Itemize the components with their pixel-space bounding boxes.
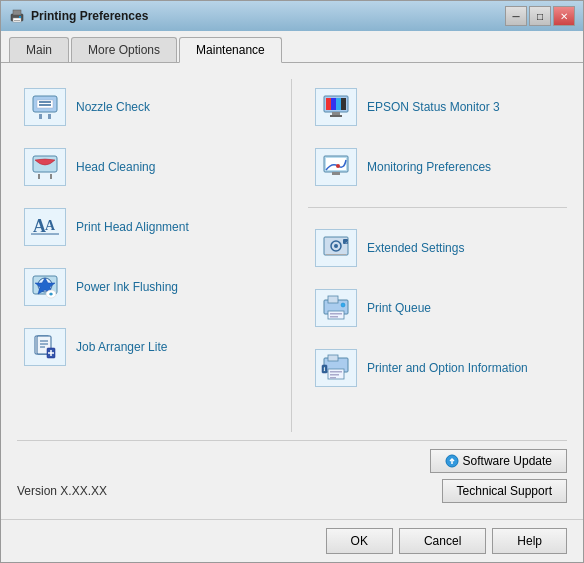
nozzle-check-item[interactable]: Nozzle Check — [17, 79, 275, 135]
right-divider — [308, 207, 567, 208]
monitoring-preferences-label: Monitoring Preferences — [367, 160, 491, 174]
svg-rect-31 — [326, 98, 331, 110]
job-arranger-lite-icon — [24, 328, 66, 366]
svg-rect-49 — [328, 311, 344, 319]
print-head-alignment-label: Print Head Alignment — [76, 220, 189, 234]
svg-rect-33 — [336, 98, 341, 110]
cancel-button[interactable]: Cancel — [399, 528, 486, 554]
job-arranger-lite-label: Job Arranger Lite — [76, 340, 167, 354]
epson-status-svg — [320, 92, 352, 122]
bottom-row2: Version X.XX.XX Technical Support — [17, 479, 567, 503]
svg-text:✓: ✓ — [345, 240, 348, 245]
version-text: Version X.XX.XX — [17, 484, 107, 498]
title-bar-controls: ─ □ ✕ — [505, 6, 575, 26]
software-update-button[interactable]: Software Update — [430, 449, 567, 473]
close-button[interactable]: ✕ — [553, 6, 575, 26]
epson-status-monitor-label: EPSON Status Monitor 3 — [367, 100, 500, 114]
technical-support-button[interactable]: Technical Support — [442, 479, 567, 503]
footer-buttons: OK Cancel Help — [1, 519, 583, 562]
svg-point-43 — [334, 244, 338, 248]
svg-rect-6 — [37, 100, 53, 108]
printer-info-svg: i — [320, 353, 352, 383]
print-queue-icon — [315, 289, 357, 327]
print-head-alignment-icon: A A — [24, 208, 66, 246]
printer-option-info-item[interactable]: i Printer and Option Information — [308, 340, 567, 396]
print-head-alignment-item[interactable]: A A Print Head Alignment — [17, 199, 275, 255]
right-panel: EPSON Status Monitor 3 Monitoring Prefer… — [292, 79, 567, 432]
tab-more-options[interactable]: More Options — [71, 37, 177, 62]
print-queue-item[interactable]: Print Queue — [308, 280, 567, 336]
job-arranger-svg — [29, 332, 61, 362]
svg-rect-56 — [330, 371, 342, 373]
software-update-row: Software Update — [17, 449, 567, 473]
main-window: Printing Preferences ─ □ ✕ Main More Opt… — [0, 0, 584, 563]
power-ink-flushing-icon — [24, 268, 66, 306]
print-queue-svg — [320, 293, 352, 323]
ok-button[interactable]: OK — [326, 528, 393, 554]
job-arranger-lite-item[interactable]: Job Arranger Lite — [17, 319, 275, 375]
svg-point-52 — [341, 303, 345, 307]
svg-rect-35 — [332, 112, 340, 115]
head-cleaning-item[interactable]: Head Cleaning — [17, 139, 275, 195]
svg-rect-34 — [341, 98, 346, 110]
epson-status-monitor-item[interactable]: EPSON Status Monitor 3 — [308, 79, 567, 135]
epson-status-monitor-icon — [315, 88, 357, 126]
extended-settings-svg: ✓ — [320, 233, 352, 263]
left-panel: Nozzle Check Head Cleaning — [17, 79, 292, 432]
svg-rect-51 — [330, 316, 338, 318]
svg-rect-44 — [326, 254, 346, 255]
nozzle-check-icon — [24, 88, 66, 126]
maximize-button[interactable]: □ — [529, 6, 551, 26]
monitoring-preferences-icon — [315, 148, 357, 186]
svg-text:A: A — [45, 218, 56, 233]
print-head-alignment-svg: A A — [29, 212, 61, 242]
svg-rect-38 — [326, 158, 346, 170]
software-update-label: Software Update — [463, 454, 552, 468]
power-ink-flushing-item[interactable]: Power Ink Flushing — [17, 259, 275, 315]
power-ink-svg — [29, 272, 61, 302]
head-cleaning-svg — [29, 152, 61, 182]
maintenance-grid: Nozzle Check Head Cleaning — [17, 79, 567, 432]
svg-rect-40 — [332, 172, 340, 175]
window-title: Printing Preferences — [31, 9, 148, 23]
head-cleaning-label: Head Cleaning — [76, 160, 155, 174]
software-update-icon — [445, 454, 459, 468]
printer-option-info-icon: i — [315, 349, 357, 387]
tabs-bar: Main More Options Maintenance — [1, 31, 583, 63]
extended-settings-item[interactable]: ✓ Extended Settings — [308, 220, 567, 276]
svg-rect-7 — [39, 114, 42, 119]
svg-rect-36 — [330, 115, 342, 117]
technical-support-label: Technical Support — [457, 484, 552, 498]
printer-option-info-label: Printer and Option Information — [367, 361, 528, 375]
extended-settings-label: Extended Settings — [367, 241, 464, 255]
title-bar: Printing Preferences ─ □ ✕ — [1, 1, 583, 31]
svg-point-4 — [19, 16, 21, 18]
svg-rect-1 — [13, 10, 21, 15]
svg-rect-8 — [48, 114, 51, 119]
svg-rect-3 — [14, 20, 20, 21]
svg-point-39 — [336, 164, 340, 168]
nozzle-check-label: Nozzle Check — [76, 100, 150, 114]
svg-rect-48 — [328, 296, 338, 303]
svg-rect-57 — [330, 374, 339, 376]
print-queue-label: Print Queue — [367, 301, 431, 315]
extended-settings-icon: ✓ — [315, 229, 357, 267]
monitoring-prefs-svg — [320, 152, 352, 182]
tab-maintenance[interactable]: Maintenance — [179, 37, 282, 63]
head-cleaning-icon — [24, 148, 66, 186]
svg-rect-50 — [330, 313, 342, 315]
title-bar-left: Printing Preferences — [9, 8, 148, 24]
svg-rect-58 — [330, 377, 336, 379]
help-button[interactable]: Help — [492, 528, 567, 554]
monitoring-preferences-item[interactable]: Monitoring Preferences — [308, 139, 567, 195]
printer-icon — [9, 8, 25, 24]
bottom-area: Software Update Version X.XX.XX Technica… — [17, 440, 567, 503]
power-ink-flushing-label: Power Ink Flushing — [76, 280, 178, 294]
nozzle-check-svg — [29, 92, 61, 122]
minimize-button[interactable]: ─ — [505, 6, 527, 26]
content-area: Nozzle Check Head Cleaning — [1, 63, 583, 519]
tab-main[interactable]: Main — [9, 37, 69, 62]
svg-rect-32 — [331, 98, 336, 110]
svg-rect-54 — [328, 355, 338, 361]
